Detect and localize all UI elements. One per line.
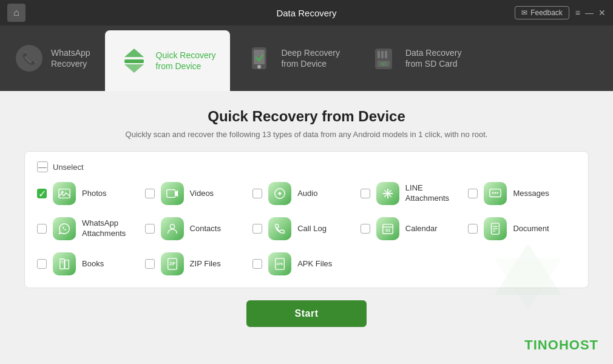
tab-deep-recovery[interactable]: Deep Recoveryfrom Device (230, 25, 354, 91)
svg-marker-3 (124, 49, 144, 57)
calendar-checkbox[interactable] (361, 224, 370, 234)
svg-rect-9 (378, 51, 380, 58)
data-item-line[interactable]: LINEAttachments (361, 182, 469, 205)
svg-point-21 (492, 192, 494, 194)
audio-checkbox[interactable] (252, 189, 262, 198)
svg-rect-6 (254, 50, 265, 64)
minimize-button[interactable]: — (585, 8, 594, 18)
unselect-label: Unselect (53, 163, 84, 172)
tab-whatsapp[interactable]: 📞 WhatsAppRecovery (0, 25, 105, 91)
quick-tab-label: Quick Recoveryfrom Device (156, 50, 216, 72)
data-item-videos[interactable]: Videos (145, 182, 253, 205)
photos-checkbox[interactable]: ✓ (37, 189, 47, 198)
tab-sdcard-recovery[interactable]: SD Data Recoveryfrom SD Card (354, 25, 476, 91)
data-item-document[interactable]: Document (468, 217, 576, 240)
audio-label: Audio (297, 189, 317, 199)
feedback-icon: ✉ (521, 8, 527, 17)
window-controls: ≡ — ✕ (575, 8, 606, 18)
deep-tab-label: Deep Recoveryfrom Device (281, 47, 340, 69)
app-title: Data Recovery (276, 8, 336, 18)
page-subtitle: Quickly scan and recover the following 1… (24, 130, 589, 139)
audio-icon (268, 182, 291, 205)
start-button[interactable]: Start (246, 300, 367, 327)
svg-point-23 (497, 192, 499, 194)
data-item-calendar[interactable]: 03 Calendar (361, 217, 469, 240)
unselect-all-checkbox[interactable]: — (37, 161, 48, 172)
data-item-whatsapp[interactable]: WhatsAppAttachments (37, 217, 145, 240)
calendar-icon: 03 (376, 217, 399, 240)
apk-checkbox[interactable] (252, 259, 262, 269)
svg-rect-14 (59, 189, 70, 198)
calllog-label: Call Log (297, 224, 327, 234)
svg-point-15 (61, 191, 64, 194)
svg-point-18 (279, 192, 282, 195)
panel-header: — Unselect (37, 161, 576, 172)
whatsapp-icon (53, 217, 76, 240)
document-icon (484, 217, 507, 240)
books-checkbox[interactable] (37, 259, 47, 269)
sdcard-tab-label: Data Recoveryfrom SD Card (405, 47, 462, 69)
data-item-contacts[interactable]: Contacts (145, 217, 253, 240)
svg-point-22 (495, 192, 496, 194)
home-icon: ⌂ (13, 7, 19, 18)
data-item-photos[interactable]: ✓ Photos (37, 182, 145, 205)
document-checkbox[interactable] (468, 224, 478, 234)
close-button[interactable]: ✕ (598, 8, 606, 18)
videos-icon (161, 182, 184, 205)
photos-label: Photos (82, 189, 106, 199)
messages-label: Messages (513, 189, 549, 199)
whatsapp-checkbox[interactable] (37, 224, 47, 234)
whatsapp-label: WhatsAppAttachments (82, 218, 126, 239)
whatsapp-tab-icon: 📞 (15, 44, 44, 73)
page-title: Quick Recovery from Device (24, 108, 589, 125)
data-item-books[interactable]: Books (37, 252, 145, 275)
svg-point-24 (170, 224, 174, 229)
deep-tab-icon (245, 44, 274, 73)
watermark-suffix: HOST (559, 337, 598, 352)
data-item-audio[interactable]: Audio (252, 182, 361, 205)
home-button[interactable]: ⌂ (7, 4, 25, 22)
data-item-apk[interactable]: APK APK Files (252, 252, 361, 275)
contacts-checkbox[interactable] (145, 224, 155, 234)
books-label: Books (82, 259, 104, 269)
nav-bar: 📞 WhatsAppRecovery Quick Recoveryfrom De… (0, 25, 613, 91)
svg-point-7 (257, 65, 261, 69)
svg-rect-10 (381, 51, 384, 58)
data-item-calllog[interactable]: Call Log (252, 217, 361, 240)
line-checkbox[interactable] (361, 189, 370, 198)
calendar-label: Calendar (405, 224, 438, 234)
photos-icon (53, 182, 76, 205)
svg-point-19 (386, 192, 390, 195)
apk-icon: APK (268, 252, 291, 275)
videos-checkbox[interactable] (145, 189, 155, 198)
title-bar: ⌂ Data Recovery ✉ Feedback ≡ — ✕ (0, 0, 613, 25)
svg-text:📞: 📞 (22, 51, 37, 66)
svg-rect-32 (60, 259, 64, 269)
svg-rect-16 (166, 190, 175, 198)
contacts-icon (161, 217, 184, 240)
whatsapp-tab-label: WhatsAppRecovery (51, 47, 90, 69)
svg-text:SD: SD (381, 62, 387, 66)
watermark-prefix: TINO (524, 337, 559, 352)
data-item-zip[interactable]: ZIP ZIP Files (145, 252, 253, 275)
messages-icon (484, 182, 507, 205)
line-icon (376, 182, 399, 205)
contacts-label: Contacts (190, 224, 221, 234)
document-label: Document (513, 224, 549, 234)
zip-checkbox[interactable] (145, 259, 155, 269)
data-item-messages[interactable]: Messages (468, 182, 576, 205)
messages-checkbox[interactable] (468, 189, 478, 198)
videos-label: Videos (190, 189, 214, 199)
feedback-button[interactable]: ✉ Feedback (515, 6, 569, 19)
calllog-icon (268, 217, 291, 240)
svg-rect-11 (385, 51, 387, 58)
books-icon (53, 252, 76, 275)
sdcard-tab-icon: SD (369, 44, 398, 73)
apk-label: APK Files (297, 259, 332, 269)
calllog-checkbox[interactable] (252, 224, 262, 234)
zip-label: ZIP Files (190, 259, 221, 269)
svg-text:03: 03 (385, 228, 390, 233)
tab-quick-recovery[interactable]: Quick Recoveryfrom Device (105, 30, 231, 91)
svg-marker-4 (124, 64, 144, 73)
menu-button[interactable]: ≡ (575, 8, 580, 18)
